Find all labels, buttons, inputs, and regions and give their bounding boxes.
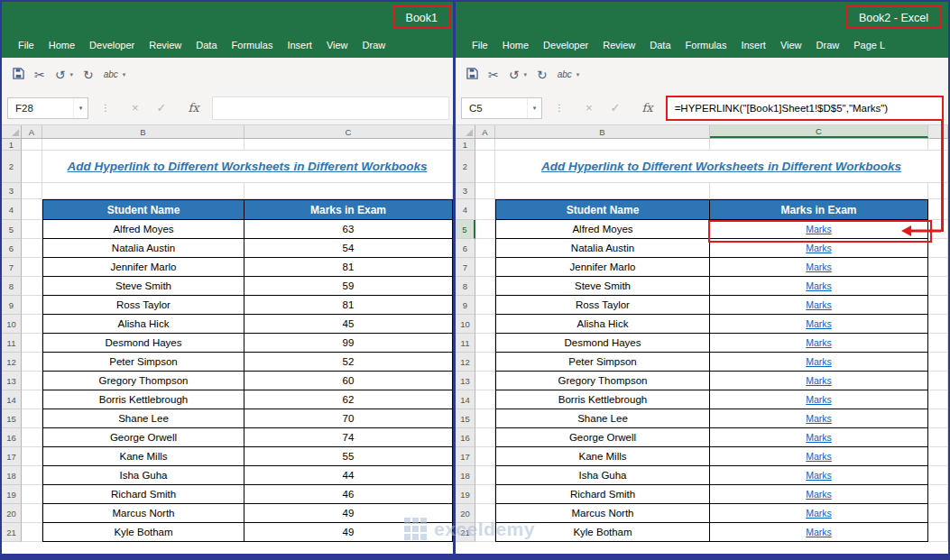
cell-C6[interactable]: 54 bbox=[244, 239, 453, 258]
cell-A12[interactable] bbox=[22, 353, 42, 372]
cell-B15[interactable]: Shane Lee bbox=[495, 409, 710, 428]
cell-A3[interactable] bbox=[475, 183, 495, 199]
cell-B10[interactable]: Alisha Hick bbox=[495, 315, 710, 334]
marks-hyperlink-row-20[interactable]: Marks bbox=[806, 508, 832, 519]
cell-B6[interactable]: Natalia Austin bbox=[42, 239, 244, 258]
column-header-B[interactable]: B bbox=[42, 125, 244, 138]
cell-B9[interactable]: Ross Taylor bbox=[42, 296, 244, 315]
cell-D21[interactable] bbox=[928, 523, 948, 542]
ribbon-tab-file[interactable]: File bbox=[11, 40, 42, 50]
cell-B5[interactable]: Alfred Moyes bbox=[42, 220, 244, 239]
ribbon-tab-page-l[interactable]: Page L bbox=[846, 40, 892, 50]
cell-A11[interactable] bbox=[22, 334, 42, 353]
cell-D15[interactable] bbox=[928, 409, 948, 428]
cell-D13[interactable] bbox=[928, 372, 948, 390]
ribbon-tab-file[interactable]: File bbox=[465, 40, 495, 50]
cell-B8[interactable]: Steve Smith bbox=[42, 277, 244, 296]
ribbon-tab-insert[interactable]: Insert bbox=[733, 40, 773, 50]
ribbon-tab-draw[interactable]: Draw bbox=[355, 40, 393, 50]
cell-A18[interactable] bbox=[22, 466, 42, 485]
name-box[interactable]: F28 ▾ bbox=[7, 97, 88, 119]
marks-hyperlink-row-8[interactable]: Marks bbox=[806, 280, 832, 291]
customize-toolbar-icon[interactable]: ▾ bbox=[576, 71, 580, 78]
cell-C8[interactable]: Marks bbox=[710, 277, 928, 296]
cell-A13[interactable] bbox=[475, 372, 495, 390]
marks-hyperlink-row-14[interactable]: Marks bbox=[806, 394, 832, 405]
row-header-4[interactable]: 4 bbox=[456, 199, 475, 220]
row-header-5[interactable]: 5 bbox=[456, 220, 475, 239]
cell-D10[interactable] bbox=[928, 315, 948, 334]
cell-C12[interactable]: 52 bbox=[244, 353, 453, 372]
cell-A15[interactable] bbox=[475, 409, 495, 428]
cell-C1[interactable] bbox=[710, 139, 928, 151]
ribbon-tab-home[interactable]: Home bbox=[495, 40, 536, 50]
cell-B4-student-name-header[interactable]: Student Name bbox=[495, 199, 710, 220]
cell-A14[interactable] bbox=[22, 390, 42, 409]
cell-C3[interactable] bbox=[710, 183, 928, 199]
cell-A11[interactable] bbox=[475, 334, 495, 353]
row-header-2[interactable]: 2 bbox=[456, 151, 475, 183]
cell-C16[interactable]: Marks bbox=[710, 428, 928, 447]
cell-B20[interactable]: Marcus North bbox=[495, 504, 710, 523]
row-header-21[interactable]: 21 bbox=[456, 523, 475, 542]
cell-D16[interactable] bbox=[928, 428, 948, 447]
column-header-partial[interactable] bbox=[928, 125, 948, 138]
row-header-14[interactable]: 14 bbox=[2, 390, 22, 409]
marks-hyperlink-row-16[interactable]: Marks bbox=[806, 432, 832, 443]
cell-C16[interactable]: 74 bbox=[244, 428, 453, 447]
cell-C1[interactable] bbox=[244, 139, 453, 151]
cell-C7[interactable]: Marks bbox=[710, 258, 928, 277]
cell-B16[interactable]: George Orwell bbox=[495, 428, 710, 447]
cell-C18[interactable]: Marks bbox=[710, 466, 928, 485]
row-header-16[interactable]: 16 bbox=[456, 428, 475, 447]
ribbon-tab-formulas[interactable]: Formulas bbox=[225, 40, 281, 50]
cell-A8[interactable] bbox=[475, 277, 495, 296]
ribbon-tab-data[interactable]: Data bbox=[642, 40, 678, 50]
cell-D4[interactable] bbox=[928, 199, 948, 220]
cell-B1[interactable] bbox=[42, 139, 244, 151]
cell-B11[interactable]: Desmond Hayes bbox=[495, 334, 710, 353]
row-header-19[interactable]: 19 bbox=[456, 485, 475, 504]
cell-C17[interactable]: 55 bbox=[244, 447, 453, 466]
cell-B6[interactable]: Natalia Austin bbox=[495, 239, 710, 258]
row-header-1[interactable]: 1 bbox=[456, 139, 475, 151]
cell-B17[interactable]: Kane Mills bbox=[495, 447, 710, 466]
row-header-12[interactable]: 12 bbox=[2, 353, 22, 372]
cell-C4-marks-header[interactable]: Marks in Exam bbox=[710, 199, 928, 220]
row-header-18[interactable]: 18 bbox=[456, 466, 475, 485]
ribbon-tab-draw[interactable]: Draw bbox=[809, 40, 847, 50]
chevron-down-icon[interactable]: ▾ bbox=[523, 71, 527, 78]
cell-D7[interactable] bbox=[928, 258, 948, 277]
row-header-1[interactable]: 1 bbox=[2, 139, 22, 151]
cell-A7[interactable] bbox=[22, 258, 42, 277]
cell-C15[interactable]: Marks bbox=[710, 409, 928, 428]
redo-icon[interactable]: ↻ bbox=[537, 69, 548, 81]
cell-A2[interactable] bbox=[475, 151, 495, 183]
cell-A13[interactable] bbox=[22, 372, 42, 390]
cell-D14[interactable] bbox=[928, 390, 948, 409]
cell-B3[interactable] bbox=[495, 183, 710, 199]
cell-A16[interactable] bbox=[475, 428, 495, 447]
cell-C14[interactable]: Marks bbox=[710, 390, 928, 409]
cell-C8[interactable]: 59 bbox=[244, 277, 453, 296]
cell-C10[interactable]: 45 bbox=[244, 315, 453, 334]
cell-B16[interactable]: George Orwell bbox=[42, 428, 244, 447]
row-header-15[interactable]: 15 bbox=[456, 409, 475, 428]
customize-toolbar-icon[interactable]: ▾ bbox=[123, 71, 126, 78]
insert-function-icon[interactable]: fx bbox=[642, 101, 653, 115]
cell-C3[interactable] bbox=[244, 183, 453, 199]
row-header-6[interactable]: 6 bbox=[2, 239, 22, 258]
cell-C13[interactable]: 60 bbox=[244, 372, 453, 390]
cell-C4-marks-header[interactable]: Marks in Exam bbox=[244, 199, 453, 220]
cell-A14[interactable] bbox=[475, 390, 495, 409]
cell-A1[interactable] bbox=[22, 139, 42, 151]
row-header-11[interactable]: 11 bbox=[456, 334, 475, 353]
name-box[interactable]: C5 ▾ bbox=[461, 97, 542, 119]
column-header-C[interactable]: C bbox=[244, 125, 453, 138]
cell-A21[interactable] bbox=[475, 523, 495, 542]
cell-C13[interactable]: Marks bbox=[710, 372, 928, 390]
cell-A10[interactable] bbox=[475, 315, 495, 334]
cell-C11[interactable]: Marks bbox=[710, 334, 928, 353]
column-header-A[interactable]: A bbox=[475, 125, 495, 138]
cell-B7[interactable]: Jennifer Marlo bbox=[42, 258, 244, 277]
